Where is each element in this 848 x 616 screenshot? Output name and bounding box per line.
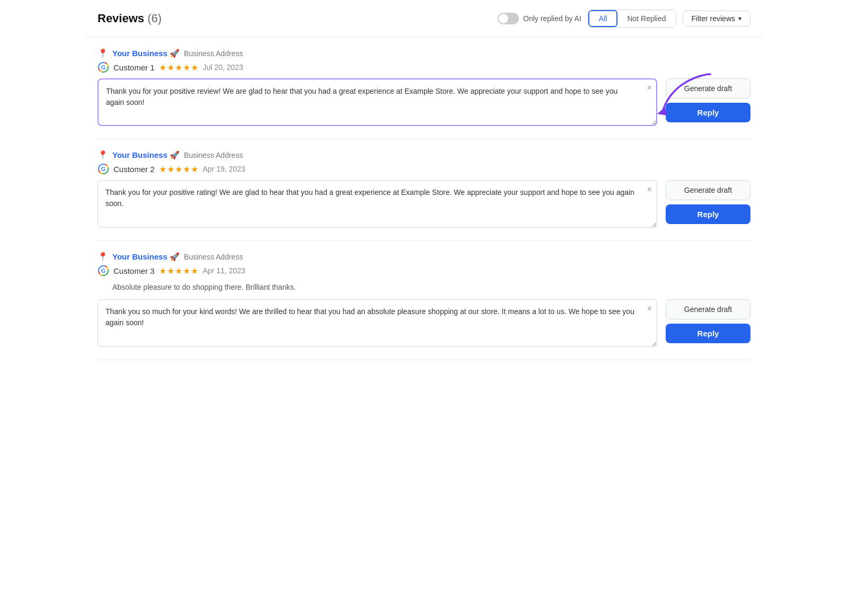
reply-status-tabs: All Not Replied [588,10,676,28]
review-card-2: 📍 Your Business 🚀 Business Address G Cus… [98,139,750,241]
clear-reply-2[interactable]: × [647,185,652,194]
tab-not-replied[interactable]: Not Replied [617,10,675,27]
reviews-list: 📍 Your Business 🚀 Business Address G Cus… [85,38,763,360]
reply-textarea-wrap-2: × [98,180,657,230]
business-address-2: Business Address [184,151,243,159]
customer-name-1: Customer 1 [113,63,155,72]
reply-input-3[interactable] [98,299,657,347]
reply-input-2[interactable] [98,180,657,228]
reply-area-2: × Generate draft Reply [98,180,750,230]
clear-reply-1[interactable]: × [647,84,652,92]
star-rating-3: ★★★★★ [159,266,199,276]
location-icon: 📍 [98,48,108,58]
customer-row-3: G Customer 3 ★★★★★ Apr 11, 2023 [98,265,750,276]
business-row-2: 📍 Your Business 🚀 Business Address [98,150,750,160]
generate-draft-button-2[interactable]: Generate draft [666,180,750,200]
location-icon-2: 📍 [98,150,108,160]
business-row-3: 📍 Your Business 🚀 Business Address [98,252,750,262]
reply-actions-2: Generate draft Reply [666,180,750,224]
ai-toggle-group: Only replied by AI [498,13,581,24]
chevron-down-icon: ▾ [738,15,741,22]
review-date-2: Apr 19, 2023 [203,165,245,173]
reply-area-3: × Generate draft Reply [98,299,750,349]
review-date-3: Apr 11, 2023 [203,266,245,275]
business-name-2: Your Business 🚀 [112,150,180,160]
ai-reply-toggle[interactable] [498,13,519,24]
customer-name-3: Customer 3 [113,266,155,275]
business-address-3: Business Address [184,253,243,261]
google-icon-2: G [98,163,109,175]
review-card-3: 📍 Your Business 🚀 Business Address G Cus… [98,241,750,360]
google-icon-3: G [98,265,109,276]
customer-name-2: Customer 2 [113,165,155,174]
filter-reviews-button[interactable]: Filter reviews ▾ [683,11,750,26]
reply-textarea-wrap-1: × [98,78,657,128]
generate-draft-button-3[interactable]: Generate draft [666,299,750,319]
business-name-3: Your Business 🚀 [112,252,180,262]
reply-textarea-wrap-3: × [98,299,657,349]
star-rating-2: ★★★★★ [159,164,199,174]
review-date-1: Jul 20, 2023 [203,63,243,72]
generate-draft-button-1[interactable]: Generate draft [666,78,750,99]
reply-input-1[interactable] [98,78,657,126]
page-title: Reviews (6) [98,12,489,25]
reply-button-3[interactable]: Reply [666,324,750,343]
filter-reviews-label: Filter reviews [692,14,735,23]
page-header: Reviews (6) Only replied by AI All Not R… [85,0,763,38]
header-controls: Only replied by AI All Not Replied Filte… [498,10,750,28]
ai-toggle-label: Only replied by AI [523,14,581,23]
reply-actions-1: Generate draft Reply [666,78,750,122]
reply-button-1[interactable]: Reply [666,103,750,122]
google-icon-1: G [98,61,109,73]
business-row-1: 📍 Your Business 🚀 Business Address [98,48,750,58]
review-card-1: 📍 Your Business 🚀 Business Address G Cus… [98,38,750,139]
business-name-1: Your Business 🚀 [112,49,180,58]
reply-button-2[interactable]: Reply [666,204,750,224]
clear-reply-3[interactable]: × [647,305,652,313]
star-rating-1: ★★★★★ [159,63,199,73]
review-text-3: Absolute pleasure to do shopping there. … [112,282,750,293]
customer-row-2: G Customer 2 ★★★★★ Apr 19, 2023 [98,163,750,175]
reply-area-1: × Generate draft Reply [98,78,750,128]
customer-row-1: G Customer 1 ★★★★★ Jul 20, 2023 [98,61,750,73]
location-icon-3: 📍 [98,252,108,262]
reply-actions-3: Generate draft Reply [666,299,750,343]
tab-all[interactable]: All [588,10,618,27]
business-address-1: Business Address [184,49,243,58]
